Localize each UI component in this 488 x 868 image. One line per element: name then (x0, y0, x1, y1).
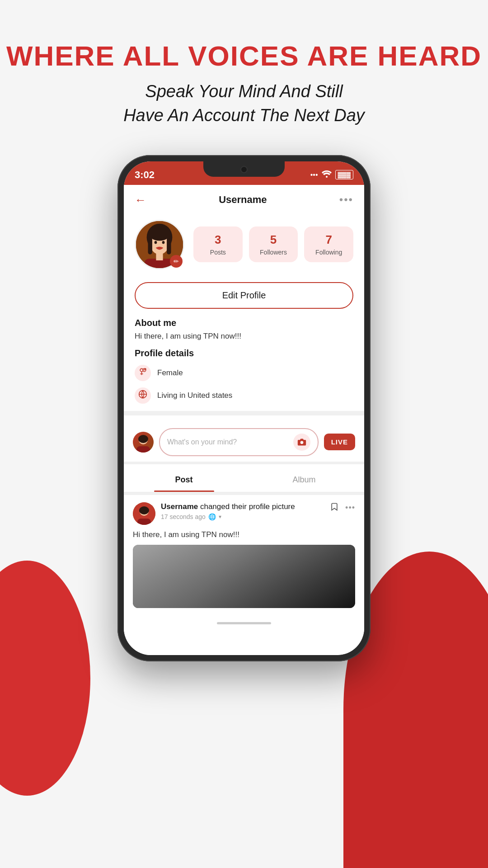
page-subheadline: Speak Your Mind And Still Have An Accoun… (0, 80, 488, 127)
edit-profile-button[interactable]: Edit Profile (135, 282, 353, 309)
post-header: Username changed their profile picture 1… (133, 502, 355, 525)
pencil-icon: ✏ (174, 258, 179, 265)
svg-point-5 (162, 241, 165, 244)
gender-text: Female (157, 368, 183, 377)
gender-icon (138, 367, 147, 378)
status-time: 3:02 (135, 169, 155, 181)
nav-bar: ← Username ••• (124, 185, 364, 215)
profile-section: ✏ 3 Posts 5 Followers (124, 215, 364, 278)
back-button[interactable]: ← (135, 193, 146, 207)
tab-post[interactable]: Post (124, 468, 244, 492)
stat-followers[interactable]: 5 Followers (249, 226, 298, 262)
more-button[interactable]: ••• (339, 193, 353, 206)
followers-label: Followers (257, 249, 290, 256)
svg-point-18 (138, 435, 148, 443)
tab-album[interactable]: Album (244, 468, 364, 492)
posts-count: 3 (202, 233, 235, 247)
post-user-info: Username changed their profile picture 1… (133, 502, 295, 525)
detail-location: Living in United states (135, 387, 353, 404)
post-body-text: Hi there, I am using TPN now!!! (133, 530, 355, 539)
app-content: ← Username ••• (124, 185, 364, 655)
post-action: changed their profile picture (198, 502, 295, 511)
avatar-wrapper: ✏ (135, 220, 184, 269)
post-text-line: Username changed their profile picture (161, 502, 295, 511)
post-time: 17 seconds ago (161, 513, 206, 520)
post-image-preview (133, 545, 355, 608)
svg-point-0 (326, 176, 328, 178)
nav-title: Username (219, 194, 267, 206)
svg-point-19 (300, 441, 303, 444)
profile-details-title: Profile details (135, 348, 353, 359)
wifi-signal-icon (322, 170, 332, 179)
avatar-edit-button[interactable]: ✏ (170, 255, 183, 268)
feed-post-item: Username changed their profile picture 1… (124, 495, 364, 615)
svg-rect-9 (167, 237, 171, 254)
phone-camera (240, 166, 248, 173)
posts-label: Posts (202, 249, 235, 256)
phone-outer: 3:02 ••• ▓▓▓ (117, 155, 371, 661)
bottom-spacer (124, 615, 364, 629)
stats-container: 3 Posts 5 Followers 7 Following (193, 226, 353, 262)
phone-wrapper: 3:02 ••• ▓▓▓ (0, 155, 488, 661)
post-user-avatar (133, 502, 155, 525)
live-button[interactable]: LIVE (324, 434, 355, 450)
following-label: Following (312, 249, 345, 256)
wifi-icon: ••• (310, 171, 318, 179)
home-indicator (217, 622, 271, 624)
post-time-row: 17 seconds ago 🌐 ▾ (161, 513, 295, 520)
svg-point-6 (156, 246, 162, 249)
tabs-container: Post Album (124, 468, 364, 492)
post-input-placeholder: What's on your mind? (167, 438, 289, 446)
svg-point-4 (155, 241, 157, 244)
svg-rect-8 (148, 237, 152, 254)
about-text: Hi there, I am using TPN now!!! (135, 332, 353, 341)
svg-rect-11 (156, 253, 163, 260)
following-count: 7 (312, 233, 345, 247)
tabs-divider (124, 462, 364, 464)
globe-icon: 🌐 (208, 513, 216, 520)
dropdown-arrow-icon: ▾ (219, 514, 221, 520)
location-icon (138, 390, 147, 401)
about-section: About me Hi there, I am using TPN now!!!… (124, 318, 364, 404)
stat-following[interactable]: 7 Following (304, 226, 353, 262)
post-username: Username (161, 502, 198, 511)
followers-count: 5 (257, 233, 290, 247)
post-input-avatar (133, 432, 154, 453)
status-icons: ••• ▓▓▓ (310, 170, 353, 179)
svg-point-22 (139, 506, 149, 514)
header-section: WHERE ALL VOICES ARE HEARD Speak Your Mi… (0, 0, 488, 146)
about-title: About me (135, 318, 353, 328)
location-text: Living in United states (157, 391, 232, 400)
gender-icon-wrap (135, 365, 151, 381)
post-actions-right: ••• (330, 502, 355, 514)
post-user-details: Username changed their profile picture 1… (161, 502, 295, 520)
camera-button[interactable] (293, 434, 310, 451)
post-input-wrapper[interactable]: What's on your mind? (159, 428, 319, 456)
svg-rect-23 (137, 519, 151, 525)
svg-rect-17 (136, 446, 150, 453)
phone-notch (203, 161, 285, 177)
phone-inner: 3:02 ••• ▓▓▓ (124, 161, 364, 655)
bookmark-button[interactable] (330, 502, 339, 514)
post-more-button[interactable]: ••• (345, 503, 355, 513)
location-icon-wrap (135, 387, 151, 404)
post-image-blur (133, 545, 355, 608)
post-input-area: What's on your mind? LIVE (124, 423, 364, 462)
section-divider (124, 411, 364, 415)
detail-gender: Female (135, 365, 353, 381)
stat-posts[interactable]: 3 Posts (193, 226, 243, 262)
battery-icon: ▓▓▓ (335, 170, 353, 179)
page-headline: WHERE ALL VOICES ARE HEARD (0, 41, 488, 71)
